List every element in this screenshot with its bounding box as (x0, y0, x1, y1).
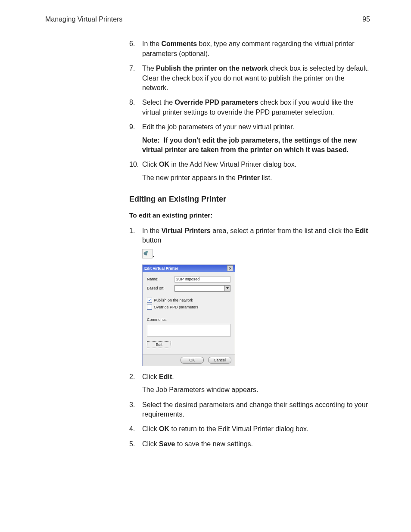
step-text: In the Virtual Printers area, select a p… (142, 227, 368, 244)
top-steps: 6. In the Comments box, type any comment… (129, 39, 370, 183)
step-text: Click Edit. (142, 373, 174, 380)
override-checkbox[interactable] (147, 305, 152, 310)
edit-step-4: 4. Click OK to return to the Edit Virtua… (129, 424, 370, 434)
note-block: Note: If you don't edit the job paramete… (142, 136, 370, 155)
step-result: The new printer appears in the Printer l… (142, 173, 370, 183)
note-text: If you don't edit the job parameters, th… (142, 137, 357, 153)
comments-label: Comments: (147, 317, 230, 323)
cancel-button[interactable]: Cancel (208, 357, 231, 364)
step-number: 5. (129, 439, 135, 449)
dialog-titlebar: Edit Virtual Printer ✕ (143, 265, 235, 272)
edit-virtual-printer-dialog: Edit Virtual Printer ✕ Name: 2UP Imposed… (142, 264, 235, 366)
page-number: 95 (362, 15, 370, 24)
step-number: 2. (129, 372, 135, 382)
name-label: Name: (147, 277, 174, 282)
name-field[interactable]: 2UP Imposed (174, 276, 230, 283)
based-on-label: Based on: (147, 286, 174, 291)
step-text: Click OK in the Add New Virtual Printer … (142, 161, 296, 168)
header-title: Managing Virtual Printers (45, 15, 122, 24)
override-checkbox-row: Override PPD parameters (147, 305, 230, 310)
edit-tool-icon (142, 249, 153, 258)
step-7: 7. The Publish the printer on the networ… (129, 64, 370, 93)
override-label: Override PPD parameters (154, 305, 199, 310)
step-result: The Job Parameters window appears. (142, 385, 370, 395)
step-text: Click OK to return to the Edit Virtual P… (142, 425, 309, 432)
close-icon[interactable]: ✕ (227, 265, 233, 271)
step-number: 4. (129, 424, 135, 434)
step-text: The Publish the printer on the network c… (142, 65, 369, 91)
ok-button[interactable]: OK (181, 357, 204, 364)
sub-heading: To edit an existing printer: (129, 211, 370, 220)
step-text: Select the Override PPD parameters check… (142, 99, 353, 115)
step-6: 6. In the Comments box, type any comment… (129, 39, 370, 59)
step-text: In the Comments box, type any comment re… (142, 40, 355, 57)
step-9: 9. Edit the job parameters of your new v… (129, 122, 370, 155)
page: Managing Virtual Printers 95 6. In the C… (0, 0, 411, 480)
step-text: Edit the job parameters of your new virt… (142, 123, 294, 131)
edit-steps-cont: 2. Click Edit. The Job Parameters window… (129, 372, 370, 449)
comments-field[interactable] (147, 324, 230, 337)
edit-step-2: 2. Click Edit. The Job Parameters window… (129, 372, 370, 395)
dialog-edit-button[interactable]: Edit (147, 341, 171, 348)
step-number: 1. (129, 226, 135, 236)
edit-step-1: 1. In the Virtual Printers area, select … (129, 226, 370, 259)
step-number: 8. (129, 98, 135, 107)
edit-steps: 1. In the Virtual Printers area, select … (129, 226, 370, 259)
step-number: 10. (129, 160, 139, 169)
based-on-select[interactable] (174, 285, 230, 292)
step-number: 3. (129, 400, 135, 410)
step-8: 8. Select the Override PPD parameters ch… (129, 98, 370, 117)
step-number: 9. (129, 122, 135, 132)
step-number: 6. (129, 39, 135, 49)
publish-label: Publish on the network (154, 298, 193, 303)
dialog-title: Edit Virtual Printer (144, 266, 178, 271)
section-heading: Editing an Existing Printer (129, 194, 370, 205)
dialog-footer: OK Cancel (143, 354, 235, 366)
name-row: Name: 2UP Imposed (147, 276, 230, 283)
edit-step-5: 5. Click Save to save the new settings. (129, 439, 370, 449)
edit-step-3: 3. Select the desired parameters and cha… (129, 400, 370, 420)
page-header: Managing Virtual Printers 95 (45, 15, 370, 26)
step-number: 7. (129, 64, 135, 73)
step-text: Click Save to save the new settings. (142, 440, 253, 448)
publish-checkbox[interactable]: ✔ (147, 298, 152, 303)
publish-checkbox-row: ✔ Publish on the network (147, 298, 230, 303)
based-on-row: Based on: (147, 285, 230, 292)
step-10: 10. Click OK in the Add New Virtual Prin… (129, 160, 370, 183)
edit-icon-row: . (142, 249, 370, 259)
step-text: Select the desired parameters and change… (142, 401, 368, 418)
content: 6. In the Comments box, type any comment… (129, 39, 370, 449)
dialog-body: Name: 2UP Imposed Based on: ✔ Publish on… (143, 272, 235, 354)
chevron-down-icon (226, 287, 229, 289)
note-label: Note: (142, 137, 160, 144)
